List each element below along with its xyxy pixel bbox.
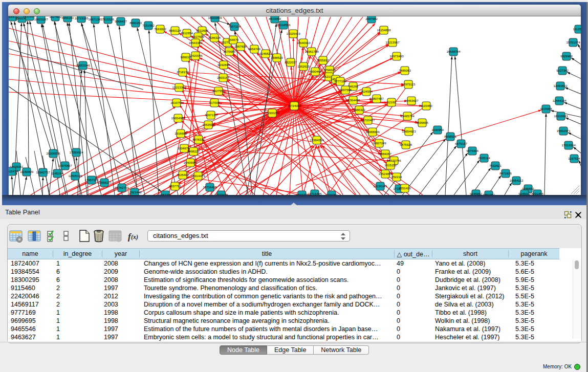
svg-text:15716485: 15716485 (308, 192, 322, 195)
svg-text:2967608: 2967608 (234, 45, 247, 48)
svg-text:18640910: 18640910 (296, 41, 311, 45)
svg-text:10688609: 10688609 (365, 130, 380, 134)
svg-text:8231455: 8231455 (531, 192, 543, 195)
svg-text:1640954: 1640954 (431, 128, 444, 132)
svg-text:25300273: 25300273 (265, 111, 279, 115)
svg-text:9474444: 9474444 (466, 149, 478, 152)
svg-text:13524851: 13524851 (378, 172, 393, 176)
svg-text:62160: 62160 (387, 100, 397, 104)
svg-text:20053346: 20053346 (76, 63, 90, 67)
svg-text:12213369: 12213369 (172, 85, 186, 89)
svg-text:14463627: 14463627 (404, 99, 419, 102)
svg-text:6875928: 6875928 (400, 143, 412, 146)
svg-text:1588520: 1588520 (271, 56, 283, 59)
svg-text:917006: 917006 (209, 101, 220, 104)
svg-text:16543362: 16543362 (188, 41, 203, 45)
svg-text:16409948: 16409948 (183, 161, 198, 164)
svg-text:9146821: 9146821 (259, 52, 272, 55)
svg-text:6497568: 6497568 (339, 88, 352, 92)
svg-text:8660153: 8660153 (129, 21, 142, 25)
svg-text:9657791: 9657791 (169, 184, 181, 188)
svg-text:7515526: 7515526 (102, 17, 114, 21)
svg-text:3215955: 3215955 (540, 107, 552, 111)
svg-text:19218506: 19218506 (276, 23, 291, 27)
svg-text:12444194: 12444194 (552, 99, 567, 102)
svg-text:7632621: 7632621 (489, 164, 502, 167)
svg-text:7485063: 7485063 (399, 69, 411, 72)
svg-text:8427552: 8427552 (212, 89, 225, 93)
svg-text:8912954: 8912954 (181, 31, 193, 35)
svg-text:15716485: 15716485 (203, 185, 217, 189)
svg-text:9227342: 9227342 (556, 69, 569, 72)
svg-text:9699695: 9699695 (416, 121, 428, 124)
svg-text:10653287: 10653287 (34, 17, 48, 21)
svg-text:3624554: 3624554 (360, 90, 373, 93)
svg-text:9245652: 9245652 (470, 192, 482, 195)
svg-text:989015: 989015 (181, 55, 191, 59)
svg-text:2935114: 2935114 (478, 156, 490, 160)
svg-text:3675685: 3675685 (223, 50, 235, 53)
svg-text:16210643: 16210643 (554, 114, 568, 118)
svg-text:18807249: 18807249 (372, 141, 386, 145)
svg-text:1167534: 1167534 (568, 157, 580, 160)
svg-text:8938921: 8938921 (444, 135, 456, 138)
svg-text:16671385: 16671385 (88, 17, 102, 21)
svg-text:(x): (x) (131, 233, 138, 240)
svg-text:16914479: 16914479 (191, 174, 205, 178)
svg-text:7955812: 7955812 (317, 58, 329, 62)
svg-text:1610755: 1610755 (170, 101, 183, 104)
svg-text:2803144: 2803144 (217, 76, 229, 79)
svg-text:8471626: 8471626 (499, 171, 512, 175)
svg-text:12505135: 12505135 (68, 174, 82, 178)
svg-text:16154838: 16154838 (377, 28, 391, 32)
svg-text:9777169: 9777169 (334, 79, 346, 83)
svg-text:7625402: 7625402 (177, 173, 189, 177)
svg-text:7357224: 7357224 (228, 25, 241, 28)
svg-text:13495794: 13495794 (400, 114, 415, 118)
svg-text:19654985: 19654985 (171, 116, 185, 120)
svg-text:16782759: 16782759 (115, 186, 129, 189)
svg-text:12942757: 12942757 (36, 170, 50, 174)
svg-text:6794028: 6794028 (323, 68, 336, 72)
svg-text:15692971: 15692971 (556, 129, 571, 133)
svg-text:3915474: 3915474 (9, 169, 18, 173)
svg-text:8878332: 8878332 (192, 138, 205, 141)
svg-text:1527602: 1527602 (49, 16, 61, 18)
svg-text:1145194: 1145194 (51, 171, 63, 175)
svg-text:10973493: 10973493 (389, 54, 404, 58)
svg-text:10975867: 10975867 (58, 164, 72, 167)
svg-text:21364436: 21364436 (346, 98, 360, 102)
svg-text:10654112: 10654112 (510, 179, 524, 182)
svg-text:154673: 154673 (228, 38, 239, 41)
svg-text:10807487: 10807487 (369, 97, 384, 100)
svg-text:15751074: 15751074 (566, 40, 580, 44)
svg-text:16648784: 16648784 (446, 50, 461, 53)
svg-text:10719185: 10719185 (74, 16, 89, 20)
svg-text:17975115: 17975115 (402, 82, 416, 86)
svg-text:9245012: 9245012 (518, 192, 531, 195)
svg-text:9329966: 9329966 (560, 54, 573, 58)
svg-text:17957223: 17957223 (84, 178, 99, 182)
svg-text:9115460: 9115460 (420, 104, 432, 107)
svg-text:8322037: 8322037 (285, 60, 297, 64)
svg-text:1112503: 1112503 (573, 27, 581, 31)
svg-text:9242848: 9242848 (217, 63, 230, 67)
svg-text:17016504: 17016504 (561, 143, 576, 147)
svg-text:13325419: 13325419 (286, 32, 300, 35)
svg-text:9657791: 9657791 (296, 193, 308, 195)
svg-text:12923448: 12923448 (127, 190, 142, 194)
svg-text:18724007: 18724007 (287, 104, 301, 107)
svg-text:5322605: 5322605 (196, 29, 208, 32)
svg-text:252214: 252214 (391, 175, 402, 179)
svg-text:17359924: 17359924 (69, 150, 83, 154)
svg-text:7151582: 7151582 (142, 24, 155, 27)
svg-text:1453594: 1453594 (202, 123, 214, 126)
svg-text:2087682: 2087682 (365, 17, 378, 20)
svg-text:12213967: 12213967 (385, 40, 400, 44)
svg-text:1916685: 1916685 (175, 132, 187, 135)
svg-text:8813054: 8813054 (269, 17, 281, 20)
svg-text:11923448: 11923448 (214, 193, 228, 195)
svg-text:9884067: 9884067 (379, 152, 391, 156)
svg-text:6990448: 6990448 (309, 70, 321, 73)
svg-text:7334261: 7334261 (325, 193, 338, 195)
